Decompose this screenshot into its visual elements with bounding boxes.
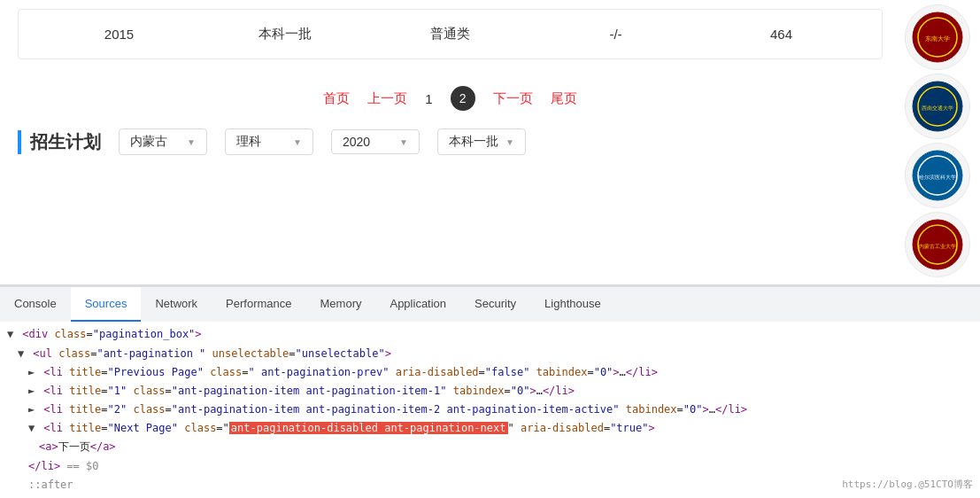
col-category: 普通类 bbox=[367, 26, 533, 43]
expand-arrow-6[interactable]: ▼ bbox=[28, 420, 37, 437]
university-logo-3[interactable]: 哈尔滨医科大学 bbox=[905, 143, 970, 208]
university-logo-2[interactable]: 西南交通大学 bbox=[905, 74, 970, 139]
chevron-down-icon: ▼ bbox=[293, 137, 302, 147]
chevron-down-icon: ▼ bbox=[399, 137, 408, 147]
tab-security[interactable]: Security bbox=[460, 287, 530, 322]
pagination: 首页 上一页 1 2 下一页 尾页 bbox=[18, 86, 883, 111]
chevron-down-icon: ▼ bbox=[505, 137, 514, 147]
first-page-link[interactable]: 首页 bbox=[323, 90, 350, 107]
expand-arrow-5[interactable]: ► bbox=[28, 401, 37, 418]
university-logo-4[interactable]: 内蒙古工业大学 bbox=[905, 212, 970, 277]
code-line-7[interactable]: <a>下一页</a> bbox=[0, 438, 980, 456]
table-row: 2015 本科一批 普通类 -/- 464 bbox=[18, 9, 883, 59]
section-title: 招生计划 bbox=[18, 130, 101, 154]
expand-arrow-3[interactable]: ► bbox=[28, 364, 37, 381]
dropdown-year[interactable]: 2020 ▼ bbox=[331, 129, 420, 154]
next-page-link[interactable]: 下一页 bbox=[493, 90, 533, 107]
tab-network[interactable]: Network bbox=[141, 287, 212, 322]
col-type: 本科一批 bbox=[202, 26, 367, 43]
watermark: https://blog.@51CTO博客 bbox=[842, 477, 973, 493]
svg-text:内蒙古工业大学: 内蒙古工业大学 bbox=[919, 244, 956, 249]
page-2[interactable]: 2 bbox=[451, 86, 475, 111]
col-score1: -/- bbox=[533, 27, 698, 42]
code-line-1[interactable]: ▼ <div class="pagination_box"> bbox=[0, 325, 980, 344]
code-line-9[interactable]: ::after bbox=[0, 476, 980, 494]
tab-performance[interactable]: Performance bbox=[212, 287, 305, 322]
code-line-5[interactable]: ► <li title="2" class="ant-pagination-it… bbox=[0, 401, 980, 419]
svg-text:西南交通大学: 西南交通大学 bbox=[922, 105, 953, 111]
dropdown-batch[interactable]: 本科一批 ▼ bbox=[437, 128, 526, 155]
col-score2: 464 bbox=[698, 27, 864, 42]
page-1[interactable]: 1 bbox=[425, 91, 432, 106]
university-logos: 东南大学 西南交通大学 哈尔滨医科大学 bbox=[900, 0, 980, 284]
col-year: 2015 bbox=[36, 27, 202, 42]
tab-lighthouse[interactable]: Lighthouse bbox=[530, 287, 615, 322]
code-line-6[interactable]: ▼ <li title="Next Page" class="ant-pagin… bbox=[0, 419, 980, 438]
code-line-4[interactable]: ► <li title="1" class="ant-pagination-it… bbox=[0, 382, 980, 401]
code-line-3[interactable]: ► <li title="Previous Page" class=" ant-… bbox=[0, 363, 980, 382]
dropdown-subject[interactable]: 理科 ▼ bbox=[225, 128, 313, 155]
section-header: 招生计划 内蒙古 ▼ 理科 ▼ 2020 ▼ 本科一批 ▼ bbox=[18, 128, 883, 155]
devtools-code-panel: ▼ <div class="pagination_box"> ▼ <ul cla… bbox=[0, 322, 980, 498]
chevron-down-icon: ▼ bbox=[187, 137, 196, 147]
expand-arrow-4[interactable]: ► bbox=[28, 383, 37, 400]
code-line-2[interactable]: ▼ <ul class="ant-pagination " unselectab… bbox=[0, 345, 980, 363]
tab-memory[interactable]: Memory bbox=[306, 287, 376, 322]
dropdown-province[interactable]: 内蒙古 ▼ bbox=[119, 128, 207, 155]
code-line-8[interactable]: </li> == $0 bbox=[0, 457, 980, 476]
svg-text:哈尔滨医科大学: 哈尔滨医科大学 bbox=[919, 174, 956, 180]
tab-console[interactable]: Console bbox=[0, 287, 71, 322]
last-page-link[interactable]: 尾页 bbox=[551, 90, 577, 107]
devtools-tabbar: Console Sources Network Performance Memo… bbox=[0, 286, 980, 322]
prev-page-link[interactable]: 上一页 bbox=[367, 90, 407, 107]
tab-sources[interactable]: Sources bbox=[71, 287, 142, 322]
tab-application[interactable]: Application bbox=[375, 287, 460, 322]
svg-text:东南大学: 东南大学 bbox=[925, 35, 950, 43]
expand-arrow-2[interactable]: ▼ bbox=[18, 346, 27, 362]
university-logo-1[interactable]: 东南大学 bbox=[905, 4, 970, 70]
expand-arrow-1[interactable]: ▼ bbox=[7, 326, 16, 343]
